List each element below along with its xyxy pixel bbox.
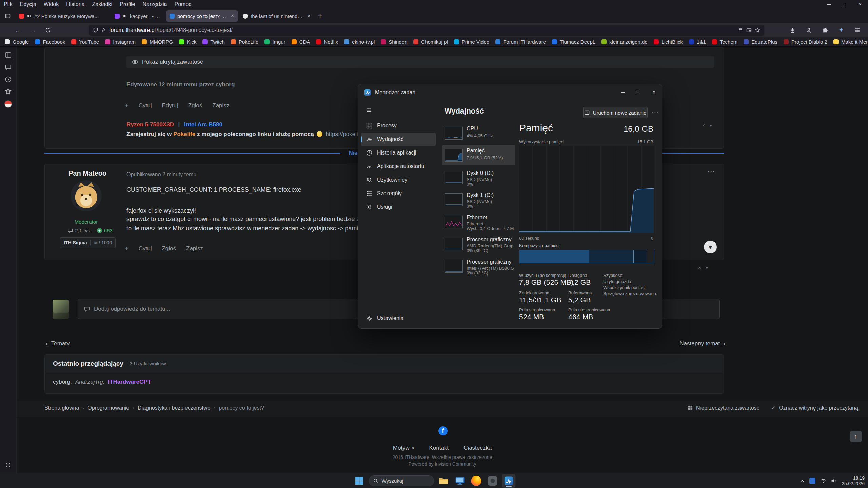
bookmark-item[interactable]: Chomikuj.pl [413,39,448,45]
metric-gpu-amd[interactable]: Procesor graficzny AMD Radeon(TM) Grap 0… [442,234,515,254]
bookmark-item[interactable]: Make it Meme [833,39,868,45]
downloads-icon[interactable] [787,25,798,36]
shield-icon[interactable] [93,27,98,33]
network-icon[interactable] [820,478,826,483]
scroll-to-top-button[interactable]: ↑ [850,431,862,442]
quote-button[interactable]: Cytuj [139,102,152,109]
bookmark-item[interactable]: Google [5,39,29,45]
metric-disk-1[interactable]: Dysk 1 (C:) SSD (NVMe) 0% [442,189,515,210]
display-app-icon[interactable] [453,474,467,488]
firefox-view-icon[interactable] [3,13,13,19]
tm-more-options-icon[interactable]: ⋯ [650,107,660,118]
tm-nav-details[interactable]: Szczegóły [361,187,436,200]
picture-in-picture-icon[interactable] [746,27,752,33]
start-button[interactable] [353,474,366,488]
tray-app-icon[interactable] [809,478,815,484]
bookmark-item[interactable]: YouTube [71,39,99,45]
sparkle-icon[interactable] [835,25,847,36]
sidebar-expand-icon[interactable] [5,52,12,58]
unread-content-link[interactable]: Nieprzeczytana zawartość [688,405,760,411]
tm-nav-processes[interactable]: Procesy [361,119,436,133]
tab-audio-icon[interactable] [122,14,127,18]
taskbar-clock[interactable]: 18:19 25.02.2026 [842,475,865,486]
theme-menu[interactable]: Motyw▾ [393,445,414,451]
metric-ethernet[interactable]: Ethernet Ethernet Wysł.: 0,1 Odebr.: 7,7… [442,212,515,232]
menu-edycja[interactable]: Edycja [16,0,40,9]
account-icon[interactable] [803,25,814,36]
hide-signature-icon[interactable]: × [698,265,701,270]
menu-profile[interactable]: Profile [116,0,139,9]
viewer-link[interactable]: cyborg, [53,379,72,385]
bookmark-item[interactable]: ekino-tv.pl [344,39,375,45]
firefox-icon[interactable] [470,474,483,488]
task-manager-taskbar-icon[interactable] [502,474,516,488]
plus-reaction-icon[interactable]: + [124,245,129,252]
facebook-icon[interactable]: f [438,426,448,435]
bookmark-item[interactable]: CDA [292,39,310,45]
menu-plik[interactable]: Plik [0,0,16,9]
url-bar[interactable]: forum.ithardware.pl/topic/14948-pomocy-c… [89,25,764,36]
tm-nav-users[interactable]: Użytkownicy [361,173,436,187]
tab-close-icon[interactable]: × [230,13,235,19]
bookmark-item[interactable]: Facebook [35,39,65,45]
taskbar-search-input[interactable]: Wyszukaj [369,475,434,486]
bookmark-item[interactable]: Twitch [202,39,225,45]
tm-nav-services[interactable]: Usługi [361,200,436,214]
tab-google-search[interactable]: the last of us nintendo switch - × [239,10,315,22]
bookmark-item[interactable]: Imgur [264,39,285,45]
window-close-button[interactable]: × [852,0,868,9]
extensions-icon[interactable] [819,25,831,36]
new-tab-button[interactable]: + [315,11,326,21]
viewer-link[interactable]: ITHardwareGPT [108,379,151,385]
tm-maximize-button[interactable] [631,84,646,101]
ai-chat-icon[interactable] [5,64,12,70]
hidden-icons-chevron[interactable] [800,479,805,483]
bookmark-item[interactable]: MMORPG [142,39,173,45]
menu-pomoc[interactable]: Pomoc [171,0,195,9]
lock-icon[interactable] [101,28,106,33]
bookmarks-icon[interactable] [5,88,12,95]
tm-nav-settings[interactable]: Ustawienia [361,311,436,325]
app-icon[interactable] [486,474,499,488]
show-hidden-content-button[interactable]: Pokaż ukrytą zawartość [126,56,714,68]
menu-zakladki[interactable]: Zakładki [88,0,116,9]
tab-twitch[interactable]: kacpyer_ - Twitch [111,10,165,22]
tm-nav-hamburger-icon[interactable] [363,104,375,116]
contact-link[interactable]: Kontakt [429,445,449,451]
tab-close-icon[interactable]: × [307,13,311,19]
bookmark-item[interactable]: kleinanzeigen.de [601,39,648,45]
profile-avatar[interactable] [4,100,12,108]
viewer-link[interactable]: AndrzejTrg, [75,379,105,385]
mark-read-link[interactable]: ✓ Oznacz witrynę jako przeczytaną [771,405,858,411]
app-menu-icon[interactable] [852,25,863,36]
heart-reaction-button[interactable]: ♥ [704,241,717,253]
run-new-task-button[interactable]: Uruchom nowe zadanie [583,107,648,118]
tab-forum-active[interactable]: pomocy co to jest? - Diagnosty... × [166,10,238,22]
next-topic-link[interactable]: Następny temat › [679,340,726,347]
bookmark-item[interactable]: EquatePlus [744,39,777,45]
metric-cpu[interactable]: CPU 4% 4,05 GHz [442,123,515,143]
bookmark-item[interactable]: Techem [712,39,738,45]
collapse-caret-icon[interactable]: ▾ [706,265,708,270]
forward-icon[interactable]: → [27,25,39,36]
metric-gpu-intel[interactable]: Procesor graficzny Intel(R) Arc(TM) B580… [442,256,515,277]
bookmark-star-icon[interactable] [755,27,760,33]
bookmark-item[interactable]: Project Diablo 2 [784,39,827,45]
metric-memory[interactable]: Pamięć 7,9/15,1 GB (52%) [442,145,515,165]
bookmark-item[interactable]: Kick [179,39,196,45]
bookmark-item[interactable]: Prime Video [454,39,489,45]
tm-titlebar[interactable]: Menedżer zadań × [358,84,662,101]
reader-mode-icon[interactable] [738,27,743,33]
volume-icon[interactable] [831,478,837,483]
bookmark-item[interactable]: 1&1 [689,39,706,45]
bookmark-item[interactable]: Shinden [381,39,407,45]
breadcrumb-diagnostics[interactable]: Diagnostyka i bezpieczeństwo [138,405,210,411]
cookies-link[interactable]: Ciasteczka [463,445,492,451]
report-button[interactable]: Zgłoś [162,245,176,252]
collapse-caret-icon[interactable]: ▾ [710,123,712,128]
back-to-topics-link[interactable]: ‹ Tematy [45,340,70,347]
menu-narzedzia[interactable]: Narzędzia [139,0,171,9]
back-icon[interactable]: ← [12,25,24,36]
tab-youtube-music[interactable]: #2 Polska Muzyka Motywa... [16,10,110,22]
menu-historia[interactable]: Historia [62,0,88,9]
